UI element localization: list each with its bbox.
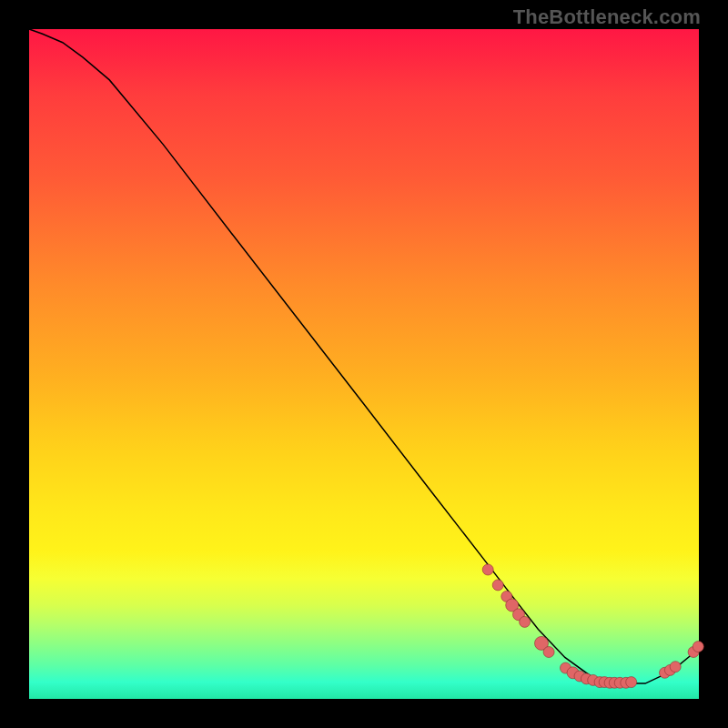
chart-frame: TheBottleneck.com	[0, 0, 728, 728]
watermark-text: TheBottleneck.com	[513, 5, 701, 29]
marker-group	[482, 564, 703, 688]
data-marker	[626, 677, 637, 688]
data-marker	[492, 580, 503, 591]
bottleneck-curve	[29, 29, 699, 683]
chart-overlay	[29, 29, 699, 699]
data-marker	[670, 662, 681, 672]
data-marker	[520, 616, 531, 627]
data-marker	[693, 642, 703, 652]
data-marker	[482, 564, 493, 575]
data-marker	[543, 647, 554, 658]
